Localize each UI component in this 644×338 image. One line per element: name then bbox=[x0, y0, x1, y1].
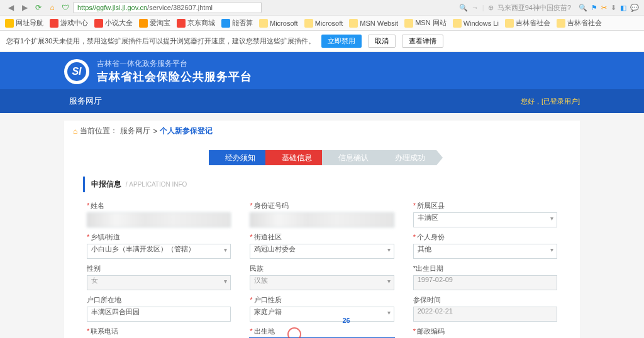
bookmark-item[interactable]: 吉林省社会 bbox=[505, 18, 550, 28]
site-header: SI 吉林省一体化政务服务平台 吉林省社会保险公共服务平台 服务网厅 您好，[已… bbox=[0, 52, 644, 113]
detail-button[interactable]: 查看详情 bbox=[402, 35, 443, 48]
taobao-icon bbox=[139, 19, 148, 28]
stepper: 经办须知 基础信息 信息确认 办理成功 bbox=[64, 150, 580, 165]
folder-icon bbox=[349, 19, 358, 28]
section-application-info: 申报信息 / APPLICATION INFO bbox=[83, 177, 561, 192]
field-gender: 性别女 bbox=[87, 264, 231, 290]
field-insure-time: 参保时间2022-02-21 bbox=[413, 295, 557, 322]
bookmark-item[interactable]: Microsoft bbox=[259, 19, 298, 28]
field-identity: *个人身份其他 bbox=[413, 232, 557, 259]
flag-icon[interactable]: ⚑ bbox=[591, 4, 597, 12]
bookmark-item[interactable]: 小说大全 bbox=[94, 18, 133, 28]
hukou-type-select[interactable]: 家庭户籍 bbox=[250, 307, 394, 322]
breadcrumb-prefix: 当前位置： bbox=[80, 126, 118, 136]
folder-icon bbox=[453, 19, 462, 28]
field-idcard: *身份证号码 bbox=[250, 201, 394, 227]
field-birth-place: *出生地 26 吉林省吉林市丰满区四合田园 bbox=[250, 327, 394, 338]
notify-text: 您有1个扩展30天未使用，禁用这些扩展插件后可以提升浏览器打开速度，建议您禁用这… bbox=[6, 36, 315, 46]
scissors-icon[interactable]: ✂ bbox=[601, 4, 607, 12]
step-success: 办理成功 bbox=[379, 150, 436, 165]
content-panel: ⌂ 当前位置： 服务网厅 > 个人新参保登记 经办须知 基础信息 信息确认 办理… bbox=[64, 121, 580, 338]
gender-select[interactable]: 女 bbox=[87, 275, 231, 290]
calc-icon bbox=[221, 19, 230, 28]
step-confirm: 信息确认 bbox=[322, 150, 380, 165]
zoom-icon[interactable]: 🔍 bbox=[579, 4, 587, 12]
download-icon[interactable]: ⬇ bbox=[611, 4, 616, 12]
bookmark-item[interactable]: 游戏中心 bbox=[50, 18, 88, 28]
community-select[interactable]: 鸡冠山村委会 bbox=[250, 244, 394, 259]
breadcrumb-current: 个人新参保登记 bbox=[160, 126, 213, 136]
bookmark-item[interactable]: 爱淘宝 bbox=[139, 18, 170, 28]
ext-icon[interactable]: ◧ bbox=[620, 4, 626, 12]
site-subtitle: 吉林省一体化政务服务平台 bbox=[97, 58, 252, 69]
cancel-button[interactable]: 取消 bbox=[368, 35, 396, 48]
folder-icon bbox=[505, 19, 514, 28]
field-name: *姓名 bbox=[87, 201, 231, 227]
bookmark-item[interactable]: Windows Li bbox=[453, 19, 499, 28]
search-hint: 🔍 bbox=[459, 4, 468, 12]
breadcrumb: ⌂ 当前位置： 服务网厅 > 个人新参保登记 bbox=[64, 121, 580, 141]
hukou-addr-input[interactable]: 丰满区四合田园 bbox=[87, 307, 231, 322]
book-icon bbox=[94, 19, 103, 28]
field-nation: 民族汉族 bbox=[250, 264, 394, 290]
breadcrumb-lvl1[interactable]: 服务网厅 bbox=[120, 126, 150, 136]
nav-back-icon[interactable]: ◀ bbox=[5, 2, 16, 13]
field-district: *所属区县丰满区 bbox=[413, 201, 557, 227]
bookmark-item[interactable]: 网址导航 bbox=[5, 18, 43, 28]
arrow-icon: → bbox=[472, 4, 479, 11]
home-icon: ⌂ bbox=[73, 127, 77, 136]
star-icon bbox=[5, 19, 14, 28]
name-input[interactable] bbox=[87, 212, 231, 227]
bookmark-item[interactable]: Microsoft bbox=[304, 19, 343, 28]
browser-right-tools: 🔍 → | ⊕ 马来西亚94神中国疫苗? 🔍 ⚑ ✂ ⬇ ◧ 💬 bbox=[459, 3, 639, 13]
field-birth: *出生日期1997-02-09 bbox=[413, 264, 557, 290]
field-community: *街道社区鸡冠山村委会 bbox=[250, 232, 394, 259]
secure-lock-icon: 🛡 bbox=[62, 3, 69, 12]
insure-time-input[interactable]: 2022-02-21 bbox=[413, 307, 557, 322]
nav-forward-icon[interactable]: ▶ bbox=[19, 2, 30, 13]
field-phone: *联系电话17649856722 bbox=[87, 327, 231, 338]
chat-icon[interactable]: 💬 bbox=[630, 4, 639, 12]
disable-now-button[interactable]: 立即禁用 bbox=[321, 35, 362, 48]
nav-refresh-icon[interactable]: ⟳ bbox=[33, 2, 44, 13]
cursor-position-indicator: 26 bbox=[342, 317, 350, 324]
bookmark-item[interactable]: MSN 网站 bbox=[404, 18, 447, 28]
folder-icon bbox=[557, 19, 565, 28]
bookmark-item[interactable]: MSN Websit bbox=[349, 19, 398, 28]
nav-home-icon[interactable]: ⌂ bbox=[47, 2, 58, 13]
site-icon: ⊕ bbox=[488, 4, 494, 12]
nation-select[interactable]: 汉族 bbox=[250, 275, 394, 290]
jd-icon bbox=[177, 19, 186, 28]
browser-toolbar: ◀ ▶ ⟳ ⌂ 🛡 https//ggfw.jlsi.jl.gov.cn/ser… bbox=[0, 0, 644, 15]
url-scheme: https bbox=[77, 4, 92, 11]
bookmark-item[interactable]: 吉林省社会 bbox=[557, 18, 602, 28]
field-hukou-type: *户口性质家庭户籍 bbox=[250, 295, 394, 322]
game-icon bbox=[50, 19, 58, 28]
folder-icon bbox=[259, 19, 268, 28]
breadcrumb-sep: > bbox=[153, 127, 157, 136]
district-select[interactable]: 丰满区 bbox=[413, 212, 557, 227]
field-township: *乡镇/街道小白山乡（丰满开发区）（管辖） bbox=[87, 232, 231, 259]
form-grid: *姓名 *身份证号码 *所属区县丰满区 *乡镇/街道小白山乡（丰满开发区）（管辖… bbox=[64, 201, 580, 338]
bookmark-item[interactable]: 能否算 bbox=[221, 18, 253, 28]
birth-input[interactable]: 1997-02-09 bbox=[413, 275, 557, 290]
url-domain: //ggfw.jlsi.jl.gov.cn bbox=[92, 4, 147, 11]
browser-chrome: ◀ ▶ ⟳ ⌂ 🛡 https//ggfw.jlsi.jl.gov.cn/ser… bbox=[0, 0, 644, 31]
bookmark-bar: 网址导航 游戏中心 小说大全 爱淘宝 京东商城 能否算 Microsoft Mi… bbox=[0, 15, 644, 30]
step-basic-info: 基础信息 bbox=[265, 150, 323, 165]
news-text[interactable]: 马来西亚94神中国疫苗? bbox=[497, 3, 571, 13]
identity-select[interactable]: 其他 bbox=[413, 244, 557, 259]
extension-notify-bar: 您有1个扩展30天未使用，禁用这些扩展插件后可以提升浏览器打开速度，建议您禁用这… bbox=[0, 31, 644, 52]
field-hukou-addr: 户口所在地丰满区四合田园 bbox=[87, 295, 231, 322]
url-path: /service/382607.jhtml bbox=[147, 4, 213, 11]
folder-icon bbox=[304, 19, 313, 28]
nav-tab-service[interactable]: 服务网厅 bbox=[64, 93, 107, 109]
step-notice: 经办须知 bbox=[209, 150, 267, 165]
user-greeting: 您好，[已登录用户] bbox=[521, 97, 580, 106]
township-select[interactable]: 小白山乡（丰满开发区）（管辖） bbox=[87, 244, 231, 259]
bookmark-item[interactable]: 京东商城 bbox=[177, 18, 215, 28]
idcard-input[interactable] bbox=[250, 212, 394, 227]
url-bar[interactable]: https//ggfw.jlsi.jl.gov.cn/service/38260… bbox=[73, 2, 262, 13]
field-postcode: *邮政编码 bbox=[413, 327, 557, 338]
site-title: 吉林省社会保险公共服务平台 bbox=[97, 69, 252, 84]
